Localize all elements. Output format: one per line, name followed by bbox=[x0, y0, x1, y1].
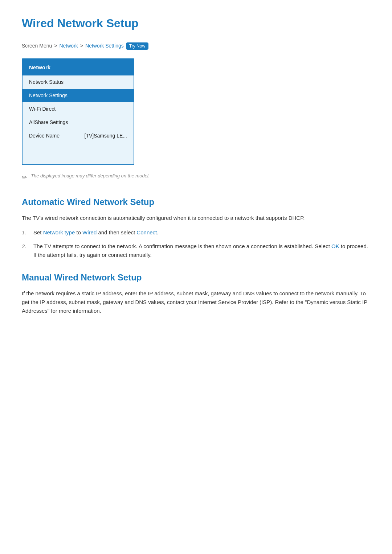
menu-item-allshare-settings[interactable]: AllShare Settings bbox=[23, 116, 134, 129]
step-2-before: The TV attempts to connect to the networ… bbox=[33, 243, 331, 249]
step-1-network-type: Network type bbox=[43, 229, 75, 235]
network-menu-panel: Network Network StatusNetwork SettingsWi… bbox=[22, 58, 134, 165]
menu-item-label: Network Status bbox=[29, 78, 64, 86]
menu-item-network-status[interactable]: Network Status bbox=[23, 75, 134, 89]
step-2: 2. The TV attempts to connect to the net… bbox=[22, 242, 370, 259]
menu-spacer bbox=[23, 143, 134, 164]
steps-list: 1. Set Network type to Wired and then se… bbox=[22, 228, 370, 259]
menu-item-wi-fi-direct[interactable]: Wi-Fi Direct bbox=[23, 102, 134, 116]
menu-panel-title: Network bbox=[23, 59, 134, 75]
menu-item-label: AllShare Settings bbox=[29, 119, 68, 126]
breadcrumb-sep1: > bbox=[54, 42, 57, 50]
breadcrumb-sep2: > bbox=[80, 42, 83, 50]
note-text: The displayed image may differ depending… bbox=[31, 172, 150, 180]
manual-section: Manual Wired Network Setup If the networ… bbox=[22, 271, 370, 315]
step-1-to: to bbox=[76, 229, 82, 235]
manual-section-title: Manual Wired Network Setup bbox=[22, 271, 370, 284]
page-title: Wired Network Setup bbox=[22, 15, 370, 32]
menu-item-label: Device Name bbox=[29, 132, 60, 140]
try-now-button[interactable]: Try Now bbox=[126, 42, 148, 50]
step-1-then: and then select bbox=[98, 229, 136, 235]
breadcrumb-network[interactable]: Network bbox=[59, 42, 78, 50]
pencil-icon: ✏ bbox=[22, 173, 27, 182]
menu-item-label: Network Settings bbox=[29, 92, 68, 99]
step-1-text: Set Network type to Wired and then selec… bbox=[33, 228, 370, 237]
step-1: 1. Set Network type to Wired and then se… bbox=[22, 228, 370, 237]
manual-body: If the network requires a static IP addr… bbox=[22, 289, 370, 315]
note-row: ✏ The displayed image may differ dependi… bbox=[22, 172, 370, 182]
menu-item-value: [TV]Samsung LE... bbox=[85, 132, 127, 140]
menu-item-device-name[interactable]: Device Name[TV]Samsung LE... bbox=[23, 129, 134, 143]
menu-item-label: Wi-Fi Direct bbox=[29, 105, 56, 113]
breadcrumb-network-settings[interactable]: Network Settings bbox=[85, 42, 124, 50]
automatic-intro: The TV's wired network connection is aut… bbox=[22, 214, 370, 222]
menu-item-network-settings[interactable]: Network Settings bbox=[23, 89, 134, 102]
step-1-connect: Connect bbox=[136, 229, 157, 235]
step-2-number: 2. bbox=[22, 242, 28, 259]
breadcrumb-screen-menu: Screen Menu bbox=[22, 42, 52, 50]
step-2-text: The TV attempts to connect to the networ… bbox=[33, 242, 370, 259]
step-2-ok: OK bbox=[331, 243, 339, 249]
step-1-period: . bbox=[157, 229, 158, 235]
step-1-wired: Wired bbox=[82, 229, 97, 235]
breadcrumb: Screen Menu > Network > Network Settings… bbox=[22, 42, 370, 50]
step-1-number: 1. bbox=[22, 228, 28, 237]
automatic-section-title: Automatic Wired Network Setup bbox=[22, 196, 370, 209]
